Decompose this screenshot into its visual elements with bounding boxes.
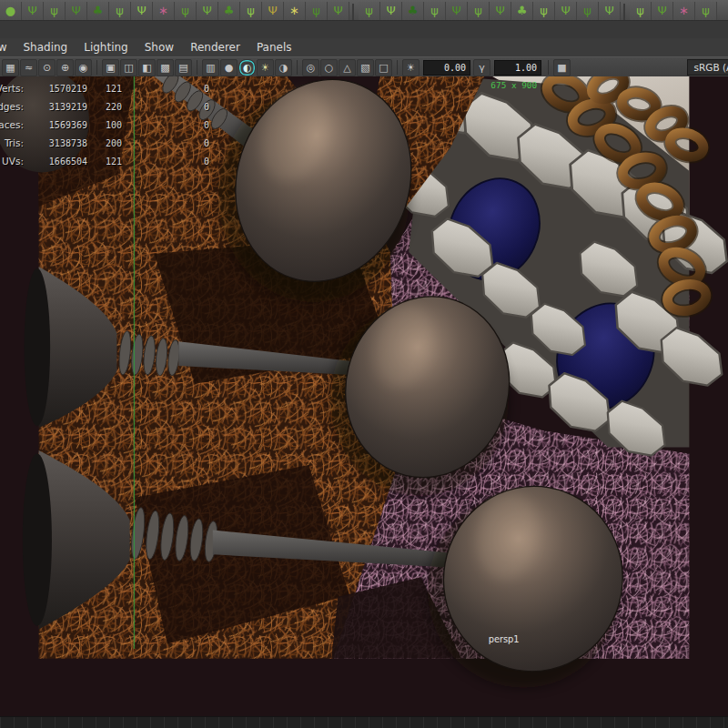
maya-window: ●ΨψΨ♣ψΨ∗ψΨ♣ψΨ∗ψΨψΨ♣ψΨψΨ♣ψΨψΨψΨ∗ψ View Sh…: [0, 0, 728, 728]
layout-split-pane-icon[interactable]: ◧: [138, 59, 156, 76]
menu-show[interactable]: Show: [136, 38, 182, 56]
shelf-reed-icon[interactable]: ψ: [240, 2, 262, 20]
hud-row: Tris:31387382000: [0, 134, 209, 152]
gamma-icon[interactable]: γ: [473, 59, 490, 76]
shelf-ivy-icon[interactable]: ψ: [468, 2, 490, 20]
menu-panels[interactable]: Panels: [248, 38, 300, 56]
view-transform-colorspace[interactable]: sRGB (ACE: [687, 59, 728, 76]
smooth-shade-display-icon[interactable]: ●: [220, 59, 238, 76]
shelf-turf-icon[interactable]: ψ: [695, 2, 717, 20]
shelf-tree-icon[interactable]: ♣: [87, 2, 109, 20]
shelf-sphere-icon[interactable]: ●: [0, 2, 22, 20]
shelf-leaf-icon[interactable]: ψ: [630, 2, 652, 20]
hud-row: Verts:15702191210: [0, 79, 209, 97]
menu-renderer[interactable]: Renderer: [182, 38, 248, 56]
panel-menu-bar: View Shading Lighting Show Renderer Pane…: [0, 38, 728, 56]
hud-lab: UVs:: [0, 156, 24, 167]
snap-view-icon[interactable]: ⊕: [56, 59, 74, 76]
menu-lighting[interactable]: Lighting: [76, 38, 136, 56]
viewport-canvas[interactable]: 675 x 900 persp1: [0, 76, 728, 717]
menu-shading[interactable]: Shading: [15, 38, 76, 56]
shadows-display-icon[interactable]: ◑: [275, 59, 292, 76]
shelf-sprout-icon[interactable]: ψ: [175, 2, 197, 20]
separator: [350, 4, 358, 20]
shelf-bush-icon[interactable]: Ψ: [197, 2, 218, 20]
snap-curve-icon[interactable]: ≈: [20, 59, 37, 76]
hud-v3: 0: [122, 102, 209, 112]
separator: [195, 60, 200, 75]
snap-point-icon[interactable]: ⊙: [38, 59, 56, 76]
hud-v1: 1570219: [24, 84, 87, 94]
time-slider-strip[interactable]: [0, 716, 728, 728]
shelf-wheat-icon[interactable]: Ψ: [262, 2, 284, 20]
shelf-palm-icon[interactable]: ψ: [359, 2, 380, 20]
snap-grid-icon[interactable]: ▦: [2, 59, 19, 76]
separator: [622, 4, 629, 20]
shelf-weed-icon[interactable]: ψ: [109, 2, 131, 20]
shelf-fern-icon[interactable]: Ψ: [66, 2, 87, 20]
exposure-icon[interactable]: ☀: [402, 59, 420, 76]
exposure-field[interactable]: 0.00: [423, 60, 470, 76]
shelf-clover-icon[interactable]: ♣: [218, 2, 240, 20]
film-gate-icon[interactable]: □: [375, 59, 392, 76]
hud-v2: 100: [87, 120, 122, 130]
shelf-bamboo-icon[interactable]: Ψ: [131, 2, 153, 20]
shelf-herb-icon[interactable]: Ψ: [490, 2, 511, 20]
layout-four-pane-icon[interactable]: ◫: [120, 59, 137, 76]
use-all-lights-icon[interactable]: ☀: [257, 59, 274, 76]
perspective-viewport[interactable]: 675 x 900 persp1 Verts:15702191210Edges:…: [0, 76, 728, 717]
hud-lab: Faces:: [0, 119, 24, 130]
heads-up-display: Verts:15702191210Edges:31392192200Faces:…: [0, 79, 209, 170]
menu-view[interactable]: View: [0, 38, 15, 56]
hud-v3: 0: [122, 120, 209, 130]
shelf-blossom-icon[interactable]: ∗: [673, 2, 695, 20]
snap-surface-icon[interactable]: ◉: [75, 59, 92, 76]
shelf-moss-icon[interactable]: ψ: [306, 2, 328, 20]
hud-v2: 121: [87, 157, 122, 167]
textured-display-icon[interactable]: ◐: [238, 59, 256, 76]
shelf-lily-icon[interactable]: Ψ: [446, 2, 468, 20]
hud-v1: 1666504: [24, 157, 87, 167]
shelf-seedling-icon[interactable]: ψ: [533, 2, 555, 20]
separator: [95, 60, 100, 75]
resolution-gate-label: 675 x 900: [490, 80, 537, 90]
shelf-sapling-icon[interactable]: Ψ: [555, 2, 577, 20]
shelf-grass-clump-icon[interactable]: Ψ: [22, 2, 44, 20]
shelf-tall-grass-icon[interactable]: ψ: [424, 2, 446, 20]
layout-single-pane-icon[interactable]: ▣: [102, 59, 119, 76]
render-view-icon[interactable]: ▤: [175, 59, 192, 76]
shelf-tab-strip: [0, 20, 728, 39]
hud-lab: Tris:: [0, 137, 24, 148]
camera-name-label: persp1: [489, 634, 520, 644]
shelf-shrub-icon[interactable]: Ψ: [380, 2, 402, 20]
xray-display-icon[interactable]: △: [339, 59, 356, 76]
shelf-bramble-icon[interactable]: ψ: [577, 2, 599, 20]
hud-v1: 3138738: [24, 138, 87, 148]
hypershade-icon[interactable]: ▩: [157, 59, 174, 76]
hud-row: Faces:15693691000: [0, 116, 209, 134]
viewport-toolbar-row: ▦≈⊙⊕◉▣◫◧▩▤▥●◐☀◑◎○△▧□☀0.00γ1.00■sRGB (ACE: [0, 56, 728, 77]
color-swatch-icon[interactable]: ■: [553, 59, 571, 76]
shelf-grass-thin-icon[interactable]: ψ: [44, 2, 66, 20]
shelf-icon-row: ●ΨψΨ♣ψΨ∗ψΨ♣ψΨ∗ψΨψΨ♣ψΨψΨ♣ψΨψΨψΨ∗ψ: [0, 0, 728, 20]
shelf-stalk-icon[interactable]: Ψ: [652, 2, 673, 20]
hud-v1: 3139219: [24, 102, 87, 112]
hud-v1: 1569369: [24, 120, 87, 130]
wireframe-display-icon[interactable]: ▥: [202, 59, 219, 76]
motion-blur-icon[interactable]: ○: [320, 59, 338, 76]
shelf-pine-icon[interactable]: ♣: [402, 2, 424, 20]
shelf-vine-icon[interactable]: Ψ: [328, 2, 349, 20]
shelf-thistle-icon[interactable]: Ψ: [599, 2, 621, 20]
shelf-cactus-icon[interactable]: ♣: [511, 2, 533, 20]
gamma-field[interactable]: 1.00: [494, 60, 541, 76]
hud-v3: 0: [122, 138, 209, 148]
screen-space-ao-icon[interactable]: ◎: [302, 59, 319, 76]
hud-v3: 0: [122, 84, 209, 94]
shelf-flower-icon[interactable]: ∗: [153, 2, 175, 20]
hud-lab: Verts:: [0, 83, 24, 94]
shelf-daisy-icon[interactable]: ∗: [284, 2, 306, 20]
hud-v2: 220: [87, 102, 122, 112]
hud-v2: 200: [87, 138, 122, 148]
hud-row: Edges:31392192200: [0, 97, 209, 116]
isolate-select-icon[interactable]: ▧: [357, 59, 374, 76]
